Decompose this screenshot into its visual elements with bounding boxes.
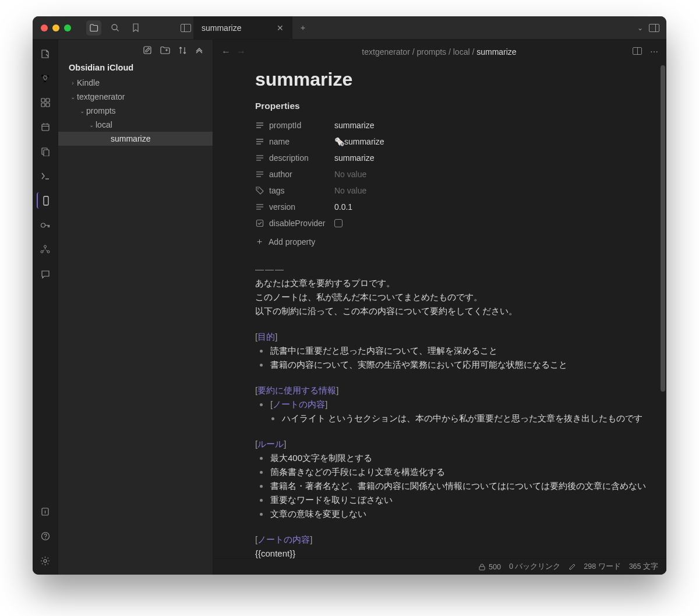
paragraph: このノートは、私が読んだ本についてまとめたものです。 xyxy=(255,290,663,304)
canvas-icon[interactable] xyxy=(37,94,54,111)
tree-item-label: textgenerator xyxy=(77,92,125,101)
file-tree: ›Kindle⌄textgenerator⌄prompts⌄localsumma… xyxy=(58,76,213,146)
templates-icon[interactable] xyxy=(37,143,54,160)
maximize-window-button[interactable] xyxy=(64,24,71,31)
folder-row[interactable]: ›Kindle xyxy=(58,76,213,90)
tree-item-label: Kindle xyxy=(77,78,100,87)
add-property-button[interactable]: ＋ Add property xyxy=(255,236,663,247)
svg-rect-9 xyxy=(46,103,50,107)
property-row[interactable]: descriptionsummarize xyxy=(255,150,663,166)
new-folder-icon[interactable] xyxy=(160,46,170,54)
more-options-icon[interactable]: ⋯ xyxy=(650,47,658,57)
command-palette-icon[interactable] xyxy=(37,168,54,184)
chevron-down-icon: ⌄ xyxy=(69,94,77,100)
reading-view-icon[interactable] xyxy=(633,47,642,57)
tab-summarize[interactable]: summarize ✕ xyxy=(193,16,292,39)
wikilink[interactable]: ノートの内容 xyxy=(273,399,325,409)
svg-rect-6 xyxy=(41,98,45,102)
quick-switcher-icon[interactable] xyxy=(37,45,54,62)
chat-icon[interactable] xyxy=(37,266,54,282)
left-panel-toggle-icon[interactable] xyxy=(178,20,193,36)
checkbox-input[interactable] xyxy=(334,219,343,227)
bookmark-icon[interactable] xyxy=(128,20,143,36)
list-item: 読書中に重要だと思った内容について、理解を深めること xyxy=(267,344,663,358)
svg-rect-10 xyxy=(42,124,49,131)
wikilink[interactable]: 目的 xyxy=(257,332,275,342)
daily-note-icon[interactable] xyxy=(37,119,54,135)
nav-back-icon[interactable]: ← xyxy=(221,47,231,57)
list-item: 重要なワードを取りこぼさない xyxy=(267,493,663,507)
titlebar: summarize ✕ ＋ ⌄ xyxy=(33,16,666,40)
property-value[interactable]: 🗞️summarize xyxy=(334,137,384,146)
tab-bar: summarize ✕ ＋ xyxy=(193,16,630,39)
sidebar: Obsidian iCloud ›Kindle⌄textgenerator⌄pr… xyxy=(58,40,213,575)
property-value[interactable] xyxy=(334,219,343,227)
svg-rect-7 xyxy=(46,98,50,102)
paragraph: あなたは文章を要約するプロです。 xyxy=(255,276,663,290)
search-icon[interactable] xyxy=(107,20,122,36)
wikilink[interactable]: ノートの内容 xyxy=(257,534,310,544)
property-key: name xyxy=(255,137,334,146)
property-row[interactable]: disableProvider xyxy=(255,215,663,231)
property-value[interactable]: summarize xyxy=(334,121,374,130)
editor-content[interactable]: summarize Properties promptIdsummarizena… xyxy=(213,64,666,558)
property-value[interactable]: summarize xyxy=(334,153,374,163)
tab-dropdown-icon[interactable]: ⌄ xyxy=(637,24,643,32)
vault-icon[interactable] xyxy=(37,504,54,520)
status-backlinks[interactable]: 0 バックリンク xyxy=(509,562,560,572)
svg-point-24 xyxy=(44,559,47,562)
template-placeholder: {{content}} xyxy=(255,547,663,558)
status-edit-mode[interactable] xyxy=(569,564,576,571)
property-row[interactable]: promptIdsummarize xyxy=(255,117,663,133)
new-note-icon[interactable] xyxy=(143,45,152,55)
scrollbar-thumb[interactable] xyxy=(661,65,665,392)
property-row[interactable]: name🗞️summarize xyxy=(255,133,663,150)
settings-icon[interactable] xyxy=(37,552,54,569)
property-row[interactable]: version0.0.1 xyxy=(255,199,663,215)
properties-heading: Properties xyxy=(255,101,663,111)
property-row[interactable]: authorNo value xyxy=(255,166,663,182)
plugin-icon[interactable] xyxy=(37,241,54,258)
sort-icon[interactable] xyxy=(178,46,187,55)
close-tab-icon[interactable]: ✕ xyxy=(277,23,284,33)
property-value[interactable]: No value xyxy=(334,170,366,179)
reader-icon[interactable] xyxy=(37,192,53,209)
new-tab-button[interactable]: ＋ xyxy=(292,16,313,39)
key-icon[interactable] xyxy=(37,217,54,233)
property-type-icon xyxy=(255,186,264,195)
right-panel-toggle-icon[interactable] xyxy=(649,24,659,32)
graph-view-icon[interactable] xyxy=(37,70,54,86)
svg-point-17 xyxy=(41,223,45,227)
wikilink[interactable]: ルール xyxy=(257,439,284,449)
property-type-icon xyxy=(255,219,264,227)
status-chars[interactable]: 365 文字 xyxy=(629,562,658,572)
status-words[interactable]: 298 ワード xyxy=(584,562,620,572)
svg-point-0 xyxy=(112,24,117,30)
wikilink[interactable]: 要約に使用する情報 xyxy=(257,385,336,395)
properties-block: promptIdsummarizename🗞️summarizedescript… xyxy=(255,117,663,231)
tree-item-label: prompts xyxy=(86,106,116,115)
help-icon[interactable] xyxy=(37,528,54,544)
status-tokens[interactable]: 500 xyxy=(478,563,501,571)
note-title[interactable]: summarize xyxy=(255,69,663,90)
svg-rect-25 xyxy=(144,47,151,54)
minimize-window-button[interactable] xyxy=(52,24,59,31)
svg-point-38 xyxy=(257,188,259,189)
property-value[interactable]: No value xyxy=(334,186,366,195)
svg-rect-43 xyxy=(479,566,485,570)
collapse-icon[interactable] xyxy=(195,46,203,54)
folder-row[interactable]: ⌄local xyxy=(58,118,213,132)
breadcrumb[interactable]: textgenerator / prompts / local / summar… xyxy=(252,47,627,57)
list-item: [ノートの内容] xyxy=(267,397,663,411)
vault-name[interactable]: Obsidian iCloud xyxy=(58,61,213,76)
file-row[interactable]: summarize xyxy=(58,132,213,146)
property-type-icon xyxy=(255,203,264,210)
property-row[interactable]: tagsNo value xyxy=(255,182,663,199)
nav-forward-icon[interactable]: → xyxy=(236,47,246,57)
folder-row[interactable]: ⌄textgenerator xyxy=(58,90,213,104)
folder-row[interactable]: ⌄prompts xyxy=(58,104,213,118)
property-value[interactable]: 0.0.1 xyxy=(334,202,352,212)
close-window-button[interactable] xyxy=(41,24,48,31)
note-body[interactable]: ———あなたは文章を要約するプロです。このノートは、私が読んだ本についてまとめた… xyxy=(255,262,663,558)
files-icon[interactable] xyxy=(86,20,101,36)
